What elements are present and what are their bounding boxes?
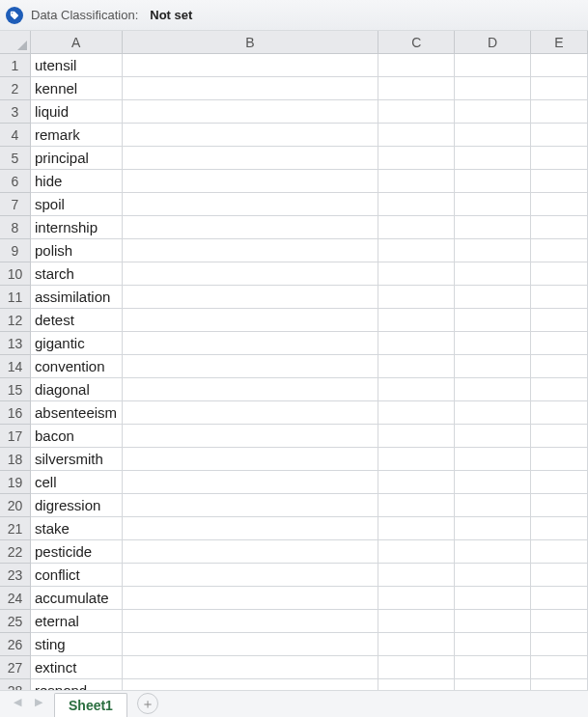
cell-C28[interactable] [378,679,455,690]
row-header-4[interactable]: 4 [0,124,31,147]
cell-A26[interactable]: sting [31,633,123,656]
row-header-13[interactable]: 13 [0,332,31,355]
row-header-12[interactable]: 12 [0,309,31,332]
cell-D9[interactable] [455,239,531,262]
cell-C21[interactable] [378,517,455,540]
cell-B19[interactable] [123,471,379,494]
cell-E20[interactable] [531,494,588,517]
cell-E4[interactable] [531,124,588,147]
column-header-C[interactable]: C [378,31,455,54]
cell-A18[interactable]: silversmith [31,448,123,471]
cell-E5[interactable] [531,147,588,170]
cell-E23[interactable] [531,564,588,587]
cell-B26[interactable] [123,633,379,656]
row-header-2[interactable]: 2 [0,77,31,100]
cell-D18[interactable] [455,448,531,471]
row-header-3[interactable]: 3 [0,100,31,124]
sheet-tab-active[interactable]: Sheet1 [54,693,127,717]
row-header-1[interactable]: 1 [0,54,31,77]
cell-E27[interactable] [531,656,588,679]
row-header-8[interactable]: 8 [0,216,31,239]
cell-A17[interactable]: bacon [31,425,123,448]
row-header-28[interactable]: 28 [0,679,31,690]
row-header-17[interactable]: 17 [0,425,31,448]
cell-D10[interactable] [455,262,531,286]
cell-D28[interactable] [455,679,531,690]
cell-E26[interactable] [531,633,588,656]
cell-B6[interactable] [123,170,379,193]
sheet-nav-next-icon[interactable]: ▶ [35,696,42,708]
cell-D5[interactable] [455,147,531,170]
cell-C7[interactable] [378,193,455,216]
row-header-25[interactable]: 25 [0,610,31,633]
row-header-11[interactable]: 11 [0,286,31,309]
add-sheet-button[interactable]: ＋ [137,693,158,714]
cell-A27[interactable]: extinct [31,656,123,679]
cell-B16[interactable] [123,401,379,425]
cell-C22[interactable] [378,540,455,564]
cell-D24[interactable] [455,587,531,610]
cell-E11[interactable] [531,286,588,309]
cell-E25[interactable] [531,610,588,633]
cell-C13[interactable] [378,332,455,355]
cell-B27[interactable] [123,656,379,679]
cell-A6[interactable]: hide [31,170,123,193]
cell-B1[interactable] [123,54,379,77]
cell-A9[interactable]: polish [31,239,123,262]
cell-B11[interactable] [123,286,379,309]
cell-A23[interactable]: conflict [31,564,123,587]
row-header-18[interactable]: 18 [0,448,31,471]
cell-D13[interactable] [455,332,531,355]
column-header-D[interactable]: D [455,31,531,54]
cell-B20[interactable] [123,494,379,517]
cell-C20[interactable] [378,494,455,517]
cell-B18[interactable] [123,448,379,471]
cell-C19[interactable] [378,471,455,494]
cell-C14[interactable] [378,355,455,378]
row-header-5[interactable]: 5 [0,147,31,170]
cell-E7[interactable] [531,193,588,216]
column-header-A[interactable]: A [31,31,123,54]
cell-A13[interactable]: gigantic [31,332,123,355]
cell-D22[interactable] [455,540,531,564]
cell-A24[interactable]: accumulate [31,587,123,610]
column-header-E[interactable]: E [531,31,588,54]
cell-E12[interactable] [531,309,588,332]
row-header-19[interactable]: 19 [0,471,31,494]
cell-A15[interactable]: diagonal [31,378,123,401]
row-header-26[interactable]: 26 [0,633,31,656]
cell-E24[interactable] [531,587,588,610]
cell-B7[interactable] [123,193,379,216]
cell-C5[interactable] [378,147,455,170]
cell-C11[interactable] [378,286,455,309]
cell-E8[interactable] [531,216,588,239]
cell-C18[interactable] [378,448,455,471]
cell-B13[interactable] [123,332,379,355]
cell-C23[interactable] [378,564,455,587]
classification-value[interactable]: Not set [150,8,192,22]
cell-A12[interactable]: detest [31,309,123,332]
cell-D4[interactable] [455,124,531,147]
cell-B12[interactable] [123,309,379,332]
cell-A25[interactable]: eternal [31,610,123,633]
cell-A22[interactable]: pesticide [31,540,123,564]
cell-A14[interactable]: convention [31,355,123,378]
cell-A5[interactable]: principal [31,147,123,170]
cell-A7[interactable]: spoil [31,193,123,216]
cell-D7[interactable] [455,193,531,216]
cell-D1[interactable] [455,54,531,77]
cell-E14[interactable] [531,355,588,378]
cell-C15[interactable] [378,378,455,401]
cell-B22[interactable] [123,540,379,564]
cell-C3[interactable] [378,100,455,124]
cell-D26[interactable] [455,633,531,656]
select-all-corner[interactable] [0,31,31,54]
cell-C12[interactable] [378,309,455,332]
cell-B9[interactable] [123,239,379,262]
cell-C4[interactable] [378,124,455,147]
cell-C26[interactable] [378,633,455,656]
cell-E22[interactable] [531,540,588,564]
cell-D21[interactable] [455,517,531,540]
row-header-9[interactable]: 9 [0,239,31,262]
cell-C24[interactable] [378,587,455,610]
